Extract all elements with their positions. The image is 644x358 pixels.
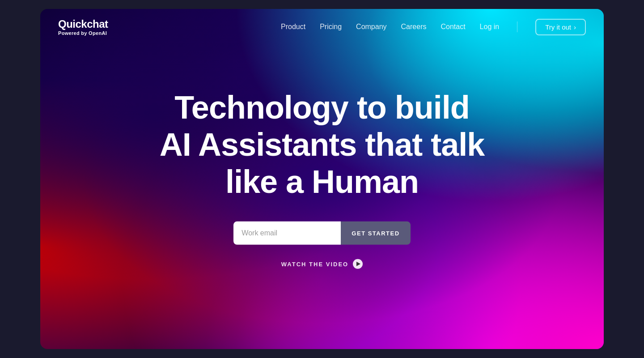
logo-area: Quickchat Powered by OpenAI [58, 18, 108, 36]
logo-name: Quickchat [58, 18, 108, 30]
logo-subtitle: Powered by OpenAI [58, 30, 108, 36]
nav-links: Product Pricing Company Careers Contact … [281, 19, 586, 35]
hero-background: Quickchat Powered by OpenAI Product Pric… [40, 9, 604, 349]
nav-item-product[interactable]: Product [281, 23, 305, 31]
nav-item-pricing[interactable]: Pricing [320, 23, 342, 31]
get-started-button[interactable]: GET STARTED [341, 222, 410, 245]
hero-title: Technology to build AI Assistants that t… [58, 89, 586, 200]
play-triangle-icon [356, 262, 360, 266]
nav-link-contact[interactable]: Contact [441, 23, 465, 30]
watch-video-link[interactable]: WATCH THE VIDEO [58, 259, 586, 269]
nav-item-login[interactable]: Log in [480, 23, 500, 31]
navbar: Quickchat Powered by OpenAI Product Pric… [40, 9, 604, 45]
nav-link-login[interactable]: Log in [480, 23, 500, 30]
nav-link-careers[interactable]: Careers [401, 23, 427, 30]
email-input[interactable] [233, 222, 341, 245]
nav-item-contact[interactable]: Contact [441, 23, 465, 31]
page-wrapper: Quickchat Powered by OpenAI Product Pric… [40, 9, 604, 349]
nav-item-company[interactable]: Company [356, 23, 386, 31]
cta-form: GET STARTED [58, 222, 586, 245]
try-it-button[interactable]: Try it out › [535, 19, 586, 35]
nav-link-company[interactable]: Company [356, 23, 386, 30]
nav-divider [517, 21, 517, 32]
nav-item-careers[interactable]: Careers [401, 23, 427, 31]
play-icon [353, 259, 363, 269]
hero-content: Technology to build AI Assistants that t… [40, 89, 604, 269]
nav-link-product[interactable]: Product [281, 23, 305, 30]
nav-link-pricing[interactable]: Pricing [320, 23, 342, 30]
